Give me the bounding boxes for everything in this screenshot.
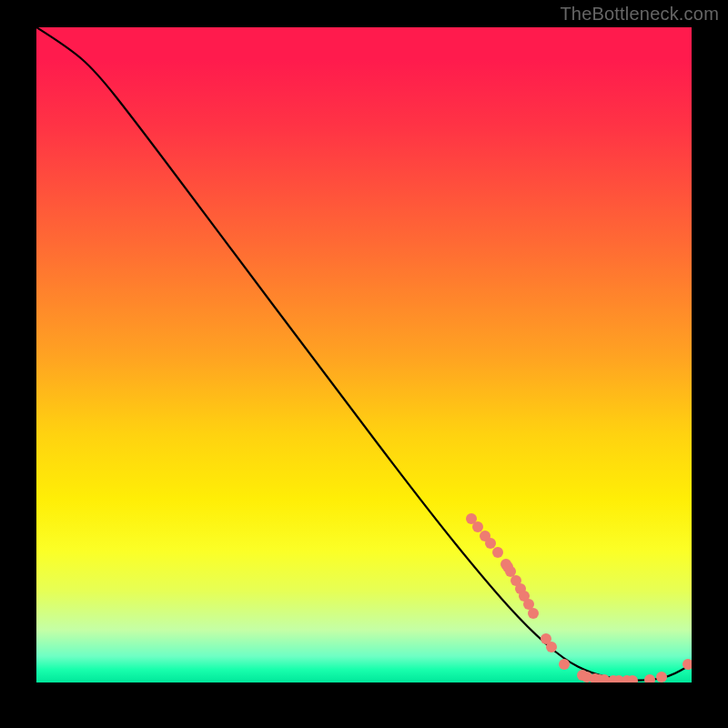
curve-marker <box>559 659 570 670</box>
curve-marker <box>546 642 557 652</box>
bottleneck-curve <box>36 27 692 681</box>
curve-marker <box>472 521 483 532</box>
curve-marker <box>656 672 667 682</box>
curve-marker <box>528 608 539 619</box>
curve-marker <box>485 538 496 549</box>
watermark-text: TheBottleneck.com <box>560 4 719 25</box>
curve-marker <box>644 674 655 682</box>
curve-marker <box>492 547 503 558</box>
plot-area <box>36 27 692 682</box>
chart-svg <box>36 27 692 682</box>
chart-stage: TheBottleneck.com <box>0 0 728 728</box>
curve-marker <box>505 566 516 577</box>
